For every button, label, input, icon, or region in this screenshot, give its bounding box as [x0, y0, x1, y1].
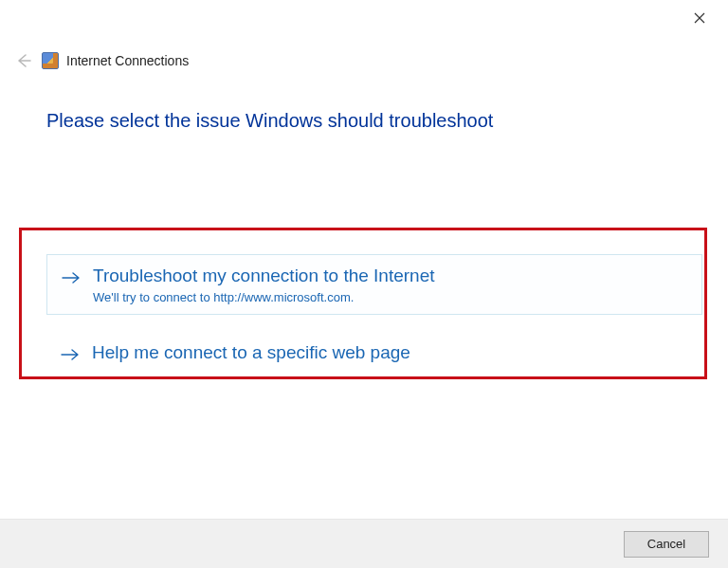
back-arrow-icon [14, 52, 31, 69]
page-heading: Please select the issue Windows should t… [46, 110, 493, 132]
dialog-footer: Cancel [0, 519, 728, 568]
close-icon [694, 12, 705, 24]
arrow-right-icon [60, 344, 81, 365]
option-body: Help me connect to a specific web page [92, 341, 410, 365]
option-specific-webpage[interactable]: Help me connect to a specific web page [46, 332, 702, 375]
wizard-title: Internet Connections [66, 53, 189, 68]
option-description: We'll try to connect to http://www.micro… [93, 290, 435, 304]
close-button[interactable] [684, 3, 715, 33]
cancel-button[interactable]: Cancel [624, 531, 709, 558]
title-bar [0, 0, 728, 36]
back-button[interactable] [11, 49, 34, 72]
option-title: Troubleshoot my connection to the Intern… [93, 265, 435, 288]
troubleshooter-icon [42, 52, 59, 69]
option-title: Help me connect to a specific web page [92, 341, 410, 365]
option-body: Troubleshoot my connection to the Intern… [93, 265, 435, 304]
option-troubleshoot-internet[interactable]: Troubleshoot my connection to the Intern… [46, 254, 702, 315]
arrow-right-icon [61, 267, 82, 288]
wizard-header: Internet Connections [11, 49, 713, 72]
